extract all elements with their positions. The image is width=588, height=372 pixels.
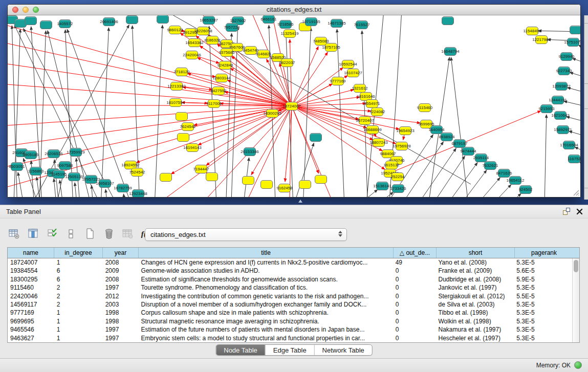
table-cell[interactable]: Franke et al. (2009) — [435, 267, 514, 275]
network-edge[interactable] — [123, 194, 128, 197]
network-node[interactable] — [131, 168, 143, 177]
table-cell[interactable]: Tibbo et al. (1998) — [435, 309, 514, 317]
network-node[interactable] — [484, 161, 496, 170]
table-cell[interactable]: 19384554 — [8, 267, 54, 275]
table-cell[interactable]: Embryonic stem cells: a model to study s… — [139, 334, 393, 342]
network-edge[interactable] — [362, 31, 368, 197]
table-cell[interactable]: 5.6E-5 — [514, 267, 572, 275]
network-node[interactable] — [226, 23, 238, 32]
table-cell[interactable]: 1 — [54, 309, 103, 317]
table-cell[interactable]: 1997 — [103, 283, 139, 292]
network-node[interactable] — [519, 185, 532, 194]
column-header[interactable]: in_degree — [54, 248, 103, 258]
table-cell[interactable]: de Silva et al. (2003) — [435, 300, 514, 309]
table-cell[interactable]: 1997 — [103, 334, 139, 342]
network-node[interactable] — [567, 38, 579, 47]
network-node[interactable] — [206, 36, 219, 45]
network-edge[interactable] — [292, 103, 366, 106]
table-cell[interactable]: Stergiakouli et al. (2012) — [435, 292, 514, 300]
table-cell[interactable]: 14569117 — [8, 300, 54, 309]
table-cell[interactable]: 0 — [393, 334, 436, 342]
network-node[interactable] — [195, 165, 207, 173]
table-row[interactable]: 946362711997Embryonic stem cells: a mode… — [8, 334, 572, 342]
network-edge[interactable] — [66, 30, 74, 197]
network-node[interactable] — [563, 141, 575, 149]
table-scrollbar[interactable] — [572, 258, 579, 342]
table-cell[interactable]: 0 — [393, 283, 436, 292]
network-node[interactable] — [526, 27, 538, 35]
splitter-handle[interactable] — [298, 200, 302, 203]
table-cell[interactable]: 2009 — [103, 267, 139, 275]
tab-edge-table[interactable]: Edge Table — [266, 345, 315, 355]
table-cell[interactable]: Tourette syndrome. Phenomenology and cla… — [139, 283, 393, 292]
network-node[interactable] — [392, 184, 404, 193]
table-cell[interactable]: 5.3E-5 — [514, 334, 572, 342]
table-cell[interactable]: Yano et al. (2008) — [435, 258, 514, 267]
network-node[interactable] — [263, 15, 275, 24]
network-node[interactable] — [244, 147, 256, 156]
float-panel-icon[interactable] — [563, 208, 570, 215]
table-cell[interactable]: 1 — [54, 258, 103, 267]
network-node[interactable] — [99, 179, 111, 188]
network-node[interactable] — [299, 180, 311, 189]
close-panel-icon[interactable] — [576, 208, 583, 215]
network-edge[interactable] — [154, 25, 162, 197]
table-cell[interactable]: 2 — [54, 300, 103, 309]
network-edge[interactable] — [292, 84, 332, 106]
network-edge[interactable] — [18, 172, 28, 197]
table-cell[interactable]: 0 — [393, 317, 436, 325]
network-node[interactable] — [396, 142, 408, 150]
network-edge[interactable] — [451, 57, 469, 197]
network-node[interactable] — [242, 176, 254, 185]
network-node[interactable] — [391, 172, 404, 181]
table-cell[interactable]: 6 — [54, 275, 103, 283]
network-node[interactable] — [48, 149, 60, 158]
network-node[interactable] — [68, 172, 80, 181]
network-edge[interactable] — [8, 106, 292, 146]
network-edge[interactable] — [425, 163, 477, 197]
network-node[interactable] — [221, 48, 233, 57]
table-settings-icon[interactable] — [8, 228, 20, 240]
network-edge[interactable] — [575, 147, 580, 151]
network-edge[interactable] — [292, 106, 385, 169]
network-node[interactable] — [554, 111, 567, 120]
table-scrollbar-thumb[interactable] — [574, 260, 578, 272]
table-cell[interactable]: 5.3E-5 — [514, 258, 572, 267]
network-node[interactable] — [371, 107, 383, 116]
network-node[interactable] — [157, 15, 169, 24]
table-cell[interactable]: Estimation of the future numbers of pati… — [139, 325, 393, 334]
table-cell[interactable]: 1 — [54, 317, 103, 325]
network-node[interactable] — [281, 58, 293, 67]
network-node[interactable] — [540, 104, 553, 113]
network-window[interactable]: citations_edges.txt 18724007986012389129… — [7, 4, 581, 198]
network-node[interactable] — [85, 175, 97, 184]
row-height-icon[interactable] — [65, 228, 77, 240]
network-node[interactable] — [203, 16, 215, 25]
network-node[interactable] — [376, 182, 388, 190]
tab-node-table[interactable]: Node Table — [216, 345, 266, 355]
network-edge[interactable] — [24, 158, 46, 197]
table-cell[interactable]: 0 — [393, 275, 436, 283]
network-edge[interactable] — [564, 101, 580, 106]
network-node[interactable] — [197, 27, 209, 35]
table-cell[interactable]: 6 — [54, 267, 103, 275]
new-document-icon[interactable] — [84, 228, 96, 240]
network-edge[interactable] — [476, 193, 521, 197]
table-cell[interactable]: 9699695 — [8, 317, 54, 325]
network-node[interactable] — [555, 82, 568, 91]
network-node[interactable] — [332, 77, 344, 85]
network-node[interactable] — [188, 38, 201, 47]
network-node[interactable] — [176, 112, 188, 121]
network-edge[interactable] — [397, 148, 456, 197]
network-edge[interactable] — [8, 26, 292, 106]
network-node[interactable] — [509, 176, 521, 185]
network-edge[interactable] — [321, 190, 378, 197]
table-cell[interactable]: 1997 — [103, 325, 139, 334]
network-node[interactable] — [498, 169, 510, 178]
table-row[interactable]: 969969511998Structural magnetic resonanc… — [8, 317, 572, 325]
network-node[interactable] — [442, 16, 454, 25]
table-cell[interactable]: 0 — [393, 292, 436, 300]
table-cell[interactable]: 5.3E-5 — [514, 300, 572, 309]
table-cell[interactable]: 5.3E-5 — [514, 325, 572, 334]
network-node[interactable] — [40, 20, 52, 29]
